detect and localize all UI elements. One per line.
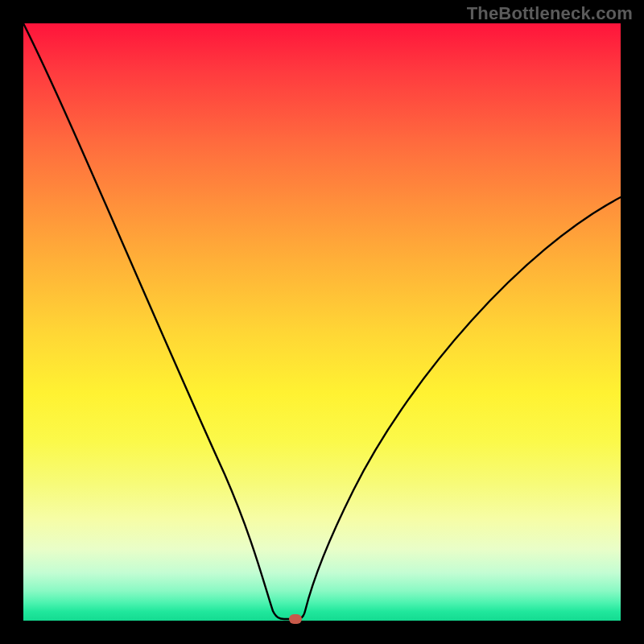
optimal-point-marker <box>289 614 302 624</box>
bottleneck-curve <box>23 23 621 621</box>
plot-area <box>23 23 621 621</box>
curve-path <box>23 23 621 619</box>
chart-container: TheBottleneck.com <box>0 0 644 644</box>
watermark-text: TheBottleneck.com <box>467 3 633 24</box>
